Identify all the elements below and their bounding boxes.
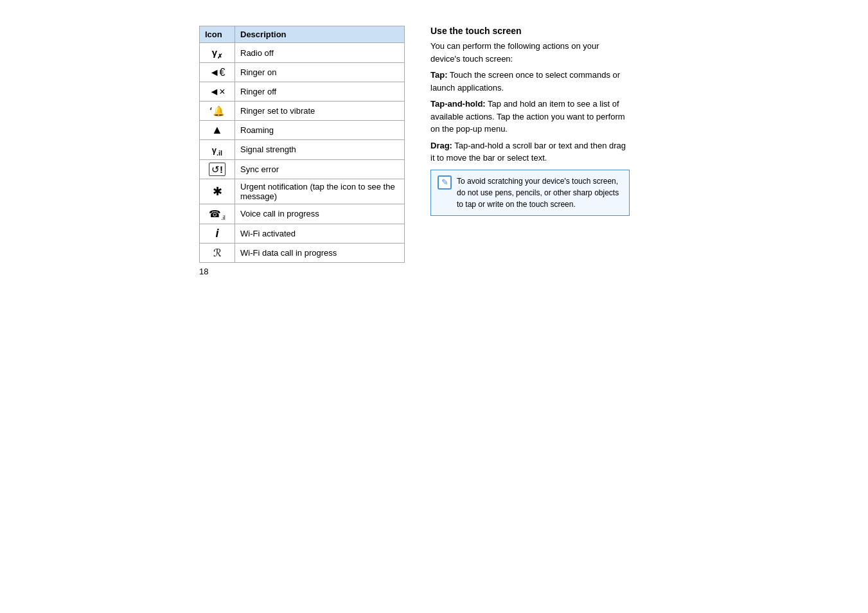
table-row: γ.il Signal strength [200,140,405,160]
col-header-icon: Icon [200,26,235,43]
touch-item: Drag: Tap-and-hold a scroll bar or text … [430,139,630,164]
table-row: i Wi-Fi activated [200,224,405,243]
left-section: Icon Description γ✗ Radio off ◄€ Ringer … [199,26,405,276]
table-row: ℛ Wi-Fi data call in progress [200,243,405,262]
desc-cell: Radio off [235,43,405,63]
table-row: ʻ🔔 Ringer set to vibrate [200,102,405,121]
table-row: ◄€ Ringer on [200,63,405,82]
desc-cell: Ringer off [235,82,405,102]
intro-text: You can perform the following actions on… [430,40,630,65]
desc-cell: Roaming [235,121,405,140]
icon-cell: ☎.il [200,204,235,224]
table-row: ◄× Ringer off [200,82,405,102]
desc-cell: Sync error [235,159,405,179]
table-row: ✱ Urgent notification (tap the icon to s… [200,179,405,204]
table-row: γ✗ Radio off [200,43,405,63]
page-container: Icon Description γ✗ Radio off ◄€ Ringer … [0,0,868,302]
note-box: ✎ To avoid scratching your device's touc… [430,170,630,216]
desc-cell: Voice call in progress [235,204,405,224]
right-section: Use the touch screen You can perform the… [430,26,630,276]
col-header-desc: Description [235,26,405,43]
section-title: Use the touch screen [430,26,630,36]
icon-cell: γ✗ [200,43,235,63]
table-row: ↺! Sync error [200,159,405,179]
touch-item: Tap: Touch the screen once to select com… [430,69,630,94]
desc-cell: Ringer on [235,63,405,82]
desc-cell: Ringer set to vibrate [235,102,405,121]
icon-cell: ↺! [200,159,235,179]
icon-cell: ✱ [200,179,235,204]
page-number: 18 [199,267,405,276]
table-row: ▲ Roaming [200,121,405,140]
icon-cell: ▲ [200,121,235,140]
desc-cell: Signal strength [235,140,405,160]
icon-cell: ℛ [200,243,235,262]
touch-items: Tap: Touch the screen once to select com… [430,69,630,164]
note-text: To avoid scratching your device's touch … [457,175,623,210]
touch-item: Tap-and-hold: Tap and hold an item to se… [430,98,630,136]
icon-cell: ◄× [200,82,235,102]
icon-cell: γ.il [200,140,235,160]
desc-cell: Urgent notification (tap the icon to see… [235,179,405,204]
desc-cell: Wi-Fi activated [235,224,405,243]
icon-table: Icon Description γ✗ Radio off ◄€ Ringer … [199,26,405,263]
table-row: ☎.il Voice call in progress [200,204,405,224]
icon-cell: i [200,224,235,243]
note-icon: ✎ [438,175,452,190]
icon-cell: ◄€ [200,63,235,82]
icon-cell: ʻ🔔 [200,102,235,121]
desc-cell: Wi-Fi data call in progress [235,243,405,262]
